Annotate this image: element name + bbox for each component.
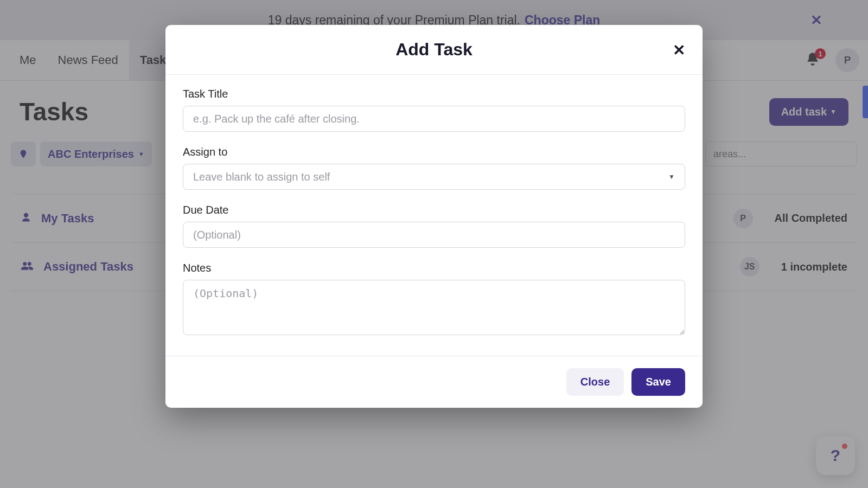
assign-to-select[interactable]: Leave blank to assign to self ▼ <box>183 164 685 190</box>
notes-label: Notes <box>183 262 685 274</box>
task-title-input[interactable] <box>183 106 685 132</box>
modal-overlay: Add Task ✕ Task Title Assign to Leave bl… <box>0 0 868 488</box>
close-icon[interactable]: ✕ <box>673 41 685 59</box>
save-button[interactable]: Save <box>631 368 685 396</box>
modal-title: Add Task <box>395 40 473 60</box>
assign-to-placeholder: Leave blank to assign to self <box>193 171 330 183</box>
due-date-input[interactable] <box>183 222 685 248</box>
chevron-down-icon: ▼ <box>668 173 675 181</box>
modal-body: Task Title Assign to Leave blank to assi… <box>165 75 703 356</box>
notes-textarea[interactable] <box>183 280 685 335</box>
modal-footer: Close Save <box>165 356 703 408</box>
close-button[interactable]: Close <box>566 368 624 396</box>
due-date-label: Due Date <box>183 204 685 216</box>
task-title-label: Task Title <box>183 88 685 100</box>
modal-header: Add Task ✕ <box>165 25 703 75</box>
assign-to-label: Assign to <box>183 146 685 158</box>
add-task-modal: Add Task ✕ Task Title Assign to Leave bl… <box>165 25 703 408</box>
